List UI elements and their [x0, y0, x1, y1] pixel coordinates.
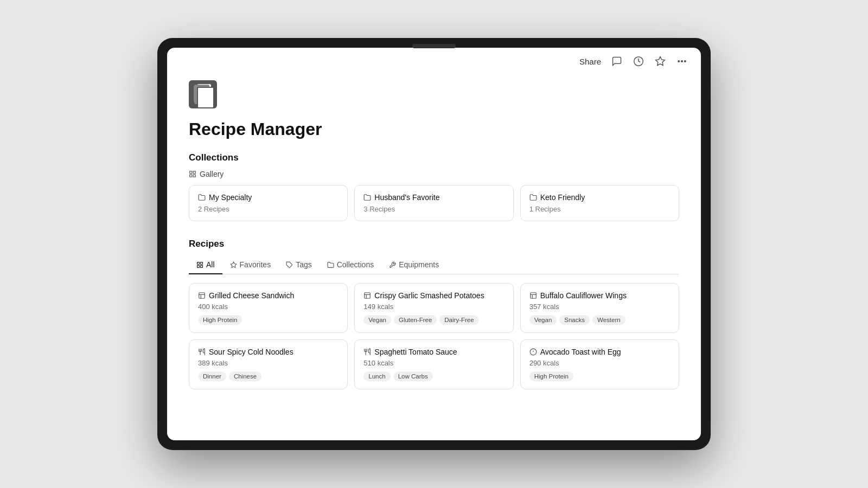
svg-point-4 [685, 61, 686, 62]
svg-rect-11 [190, 171, 192, 174]
share-button[interactable]: Share [579, 57, 601, 66]
grid-icon [196, 261, 203, 268]
collection-count: 1 Recipes [529, 205, 670, 213]
svg-rect-27 [530, 293, 536, 299]
history-icon[interactable] [633, 55, 644, 67]
collection-name: Keto Friendly [529, 193, 670, 202]
recipe-tags: Vegan Gluten-Free Dairy-Free [363, 315, 504, 325]
collections-grid: My Specialty 2 Recipes Husband's Favorit… [189, 185, 679, 221]
svg-rect-7 [197, 84, 211, 101]
svg-rect-10 [199, 94, 205, 95]
svg-marker-1 [656, 57, 665, 66]
recipe-name: Grilled Cheese Sandwich [198, 291, 339, 300]
tag-pill: Low Carbs [393, 371, 433, 381]
recipe-card[interactable]: Sour Spicy Cold Noodles 389 kcals Dinner… [189, 339, 348, 389]
recipe-icon [363, 292, 371, 299]
svg-rect-21 [199, 293, 205, 299]
tag-pill: Dinner [198, 371, 226, 381]
gallery-text: Gallery [200, 170, 224, 178]
recipe-card[interactable]: Grilled Cheese Sandwich 400 kcals High P… [189, 283, 348, 333]
recipe-kcals: 290 kcals [529, 359, 670, 367]
gallery-label: Gallery [189, 170, 679, 178]
recipe-icon [198, 292, 206, 299]
collection-card[interactable]: My Specialty 2 Recipes [189, 185, 348, 221]
recipe-icon [198, 348, 206, 356]
recipe-tags: Dinner Chinese [198, 371, 339, 381]
folder-small-icon [327, 261, 334, 268]
recipe-tags: Vegan Snacks Western [529, 315, 670, 325]
tag-pill: High Protein [198, 315, 242, 325]
svg-rect-13 [190, 175, 192, 177]
svg-point-2 [678, 61, 680, 62]
tag-pill: Snacks [559, 315, 590, 325]
collections-section: Collections Gallery My Specialty 2 Re [189, 152, 679, 221]
tab-favorites[interactable]: Favorites [222, 256, 279, 274]
svg-rect-6 [197, 84, 211, 101]
tag-pill: Gluten-Free [394, 315, 437, 325]
recipe-tags: Lunch Low Carbs [363, 371, 504, 381]
folder-icon [529, 194, 537, 201]
recipe-name: Buffalo Cauliflower Wings [529, 291, 670, 300]
tag-pill: Western [592, 315, 626, 325]
recipe-kcals: 149 kcals [363, 303, 504, 311]
collection-card[interactable]: Keto Friendly 1 Recipes [520, 185, 679, 221]
collections-section-title: Collections [189, 152, 679, 163]
tab-tags[interactable]: Tags [278, 256, 320, 274]
recipe-card[interactable]: Avocado Toast with Egg 290 kcals High Pr… [520, 339, 679, 389]
tag-pill: Vegan [529, 315, 557, 325]
folder-icon [198, 194, 206, 201]
tab-collections[interactable]: Collections [320, 256, 381, 274]
recipes-tabs: All Favorites Tags Collections [189, 256, 679, 274]
svg-rect-24 [365, 293, 371, 299]
svg-rect-8 [199, 88, 207, 89]
top-bar: Share [167, 48, 701, 75]
recipe-icon [529, 292, 537, 299]
recipes-section: Recipes All Favorites Tags [189, 239, 679, 389]
svg-rect-5 [194, 85, 208, 102]
svg-rect-12 [193, 171, 195, 174]
svg-rect-9 [199, 91, 207, 92]
tag-icon [286, 261, 293, 268]
recipe-icon [363, 348, 371, 356]
tag-pill: Lunch [363, 371, 390, 381]
svg-rect-16 [201, 262, 203, 264]
main-content: Recipe Manager Collections Gallery My S [167, 75, 701, 440]
gallery-icon [189, 170, 196, 178]
recipe-tags: High Protein [198, 315, 339, 325]
recipe-name: Spaghetti Tomato Sauce [363, 348, 504, 356]
tab-equipments[interactable]: Equipments [381, 256, 446, 274]
recipe-card[interactable]: Buffalo Cauliflower Wings 357 kcals Vega… [520, 283, 679, 333]
tag-pill: Dairy-Free [439, 315, 478, 325]
folder-icon [363, 194, 371, 201]
svg-point-3 [681, 61, 683, 62]
svg-rect-14 [193, 175, 195, 177]
tool-icon [389, 261, 396, 268]
recipes-grid: Grilled Cheese Sandwich 400 kcals High P… [189, 283, 679, 389]
more-icon[interactable] [676, 55, 688, 67]
collection-name: My Specialty [198, 193, 339, 202]
recipe-card[interactable]: Spaghetti Tomato Sauce 510 kcals Lunch L… [354, 339, 513, 389]
recipe-icon [529, 348, 537, 356]
collection-name: Husband's Favorite [363, 193, 504, 202]
recipe-tags: High Protein [529, 371, 670, 381]
collection-count: 2 Recipes [198, 205, 339, 213]
recipe-name: Sour Spicy Cold Noodles [198, 348, 339, 356]
tag-pill: Vegan [363, 315, 391, 325]
recipe-card[interactable]: Crispy Garlic Smashed Potatoes 149 kcals… [354, 283, 513, 333]
svg-rect-17 [197, 265, 200, 267]
collection-card[interactable]: Husband's Favorite 3 Recipes [354, 185, 513, 221]
star-icon[interactable] [654, 55, 666, 67]
recipe-kcals: 510 kcals [363, 359, 504, 367]
tag-pill: Chinese [229, 371, 261, 381]
tag-pill: High Protein [529, 371, 573, 381]
recipe-kcals: 400 kcals [198, 303, 339, 311]
tab-all[interactable]: All [189, 256, 222, 274]
star-small-icon [230, 261, 237, 268]
svg-rect-18 [201, 265, 203, 267]
svg-rect-15 [197, 262, 200, 264]
svg-marker-19 [231, 262, 237, 267]
app-icon [189, 80, 217, 108]
recipe-kcals: 357 kcals [529, 303, 670, 311]
comment-icon[interactable] [611, 55, 623, 67]
page-title: Recipe Manager [189, 119, 679, 139]
